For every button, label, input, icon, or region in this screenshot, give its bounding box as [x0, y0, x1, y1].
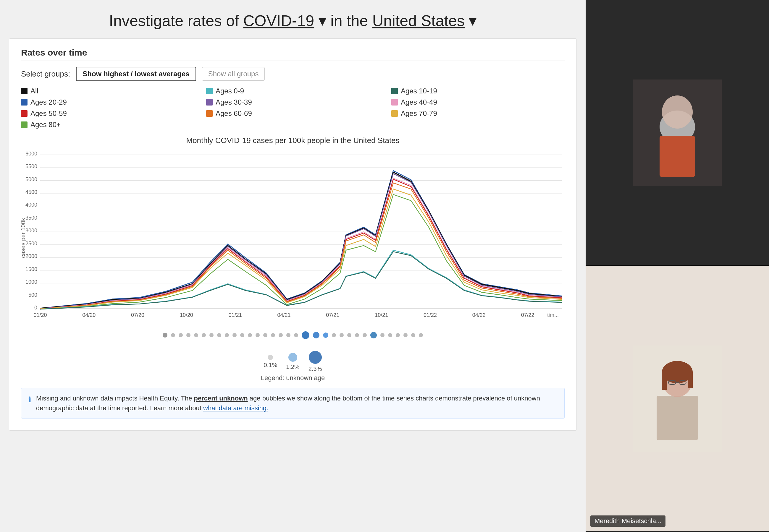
- timeline-dot-1[interactable]: [171, 333, 175, 337]
- legend-item-2: Ages 10-19: [391, 87, 565, 95]
- timeline-dot-5[interactable]: [202, 333, 206, 337]
- svg-text:5000: 5000: [25, 176, 37, 182]
- timeline-dot-24[interactable]: [355, 333, 359, 337]
- svg-rect-50: [688, 372, 693, 388]
- timeline-dot-23[interactable]: [347, 333, 351, 337]
- svg-text:4000: 4000: [25, 202, 37, 208]
- timeline-dot-13[interactable]: [263, 333, 267, 337]
- svg-point-43: [662, 95, 693, 129]
- bubble-label-1: 0.1%: [264, 362, 277, 369]
- info-text: Missing and unknown data impacts Health …: [36, 393, 557, 413]
- location-link[interactable]: United States: [372, 12, 465, 29]
- svg-text:01/21: 01/21: [229, 312, 242, 318]
- timeline-dot-29[interactable]: [396, 333, 400, 337]
- timeline-dot-27[interactable]: [380, 333, 384, 337]
- svg-rect-46: [657, 396, 698, 440]
- bubble-item-3[interactable]: 2.3%: [308, 351, 322, 372]
- bubble-item-1[interactable]: 0.1%: [264, 355, 277, 369]
- chart-title: Monthly COVID-19 cases per 100k people i…: [21, 136, 565, 145]
- legend-grid: AllAges 0-9Ages 10-19Ages 20-29Ages 30-3…: [21, 87, 565, 129]
- btn-show-highest-lowest[interactable]: Show highest / lowest averages: [76, 67, 196, 81]
- svg-text:1000: 1000: [25, 279, 37, 285]
- timeline-dot-15[interactable]: [278, 333, 283, 337]
- title-middle: in the: [330, 12, 372, 29]
- timeline-dot-9[interactable]: [232, 333, 237, 337]
- timeline-dot-22[interactable]: [339, 333, 344, 337]
- timeline-dot-25[interactable]: [362, 333, 367, 337]
- timeline-dot-31[interactable]: [411, 333, 415, 337]
- timeline-dot-8[interactable]: [225, 333, 229, 337]
- legend-color-4: [206, 99, 213, 106]
- svg-text:4500: 4500: [25, 189, 37, 195]
- section-title: Rates over time: [21, 48, 565, 61]
- legend-color-9: [21, 121, 27, 128]
- location-dropdown-arrow[interactable]: ▾: [469, 12, 477, 29]
- timeline-dot-21[interactable]: [332, 333, 336, 337]
- legend-color-8: [391, 110, 398, 117]
- timeline-dot-3[interactable]: [186, 333, 190, 337]
- legend-item-0: All: [21, 87, 194, 95]
- timeline-dot-18[interactable]: [302, 331, 309, 339]
- legend-color-2: [391, 88, 398, 94]
- timeline-dot-6[interactable]: [209, 333, 213, 337]
- timeline-dot-7[interactable]: [217, 333, 221, 337]
- legend-item-5: Ages 40-49: [391, 98, 565, 106]
- timeline-dot-30[interactable]: [404, 333, 408, 337]
- timeline-dot-0[interactable]: [163, 333, 167, 338]
- btn-show-all-groups[interactable]: Show all groups: [202, 67, 265, 81]
- svg-rect-41: [660, 136, 695, 177]
- chart-card: Rates over time Select groups: Show high…: [9, 38, 577, 431]
- timeline-dot-10[interactable]: [240, 333, 244, 337]
- timeline-dot-12[interactable]: [255, 333, 260, 337]
- legend-label-7: Ages 60-69: [216, 109, 252, 118]
- bubble-label-3: 2.3%: [308, 366, 322, 372]
- timeline-dot-16[interactable]: [286, 333, 290, 337]
- disease-link[interactable]: COVID-19: [243, 12, 314, 29]
- bubble-label-2: 1.2%: [286, 364, 299, 370]
- info-bar: ℹ Missing and unknown data impacts Healt…: [21, 388, 565, 419]
- svg-text:5500: 5500: [25, 163, 37, 169]
- svg-text:10/20: 10/20: [180, 312, 193, 318]
- svg-text:01/22: 01/22: [424, 312, 437, 318]
- page-title: Investigate rates of COVID-19 ▾ in the U…: [109, 12, 477, 30]
- timeline-dot-28[interactable]: [388, 333, 392, 337]
- title-dropdown-arrow[interactable]: ▾: [318, 12, 326, 29]
- legend-label-6: Ages 50-59: [30, 109, 67, 118]
- svg-text:04/21: 04/21: [277, 312, 291, 318]
- timeline-dot-11[interactable]: [248, 333, 252, 337]
- legend-label-1: Ages 0-9: [216, 87, 244, 95]
- legend-label-9: Ages 80+: [30, 121, 61, 129]
- timeline-dot-26[interactable]: [370, 332, 377, 338]
- bubble-legend: 0.1% 1.2% 2.3%: [264, 351, 322, 372]
- timeline-dot-32[interactable]: [419, 333, 423, 337]
- timeline-dot-4[interactable]: [194, 333, 198, 337]
- svg-rect-49: [662, 372, 667, 390]
- legend-color-6: [21, 110, 27, 117]
- legend-label-3: Ages 20-29: [30, 98, 67, 106]
- svg-text:04/22: 04/22: [472, 312, 486, 318]
- svg-text:500: 500: [28, 291, 37, 298]
- svg-text:1500: 1500: [25, 266, 37, 272]
- chart-svg: 6000 5500 5000 4500 4000 3500 3000 2500 …: [21, 149, 565, 327]
- timeline-dots: [21, 331, 565, 339]
- timeline-dot-20[interactable]: [323, 333, 328, 338]
- svg-text:04/20: 04/20: [82, 312, 95, 318]
- svg-text:2000: 2000: [25, 253, 37, 259]
- svg-text:07/22: 07/22: [521, 312, 535, 318]
- timeline-dot-17[interactable]: [294, 333, 298, 337]
- person-silhouette-top: [633, 80, 722, 186]
- info-bold: percent unknown: [194, 395, 248, 402]
- timeline-dot-19[interactable]: [313, 332, 319, 338]
- legend-color-7: [206, 110, 213, 117]
- info-icon: ℹ: [28, 394, 31, 406]
- svg-text:10/21: 10/21: [375, 312, 388, 318]
- bubble-item-2[interactable]: 1.2%: [286, 353, 299, 370]
- legend-item-7: Ages 60-69: [206, 109, 379, 118]
- legend-label-5: Ages 40-49: [401, 98, 437, 106]
- timeline-dot-2[interactable]: [179, 333, 183, 337]
- info-link[interactable]: what data are missing.: [203, 404, 268, 412]
- svg-text:3000: 3000: [25, 227, 37, 233]
- main-panel: Investigate rates of COVID-19 ▾ in the U…: [0, 0, 586, 532]
- svg-text:0: 0: [34, 304, 37, 311]
- timeline-dot-14[interactable]: [271, 333, 275, 337]
